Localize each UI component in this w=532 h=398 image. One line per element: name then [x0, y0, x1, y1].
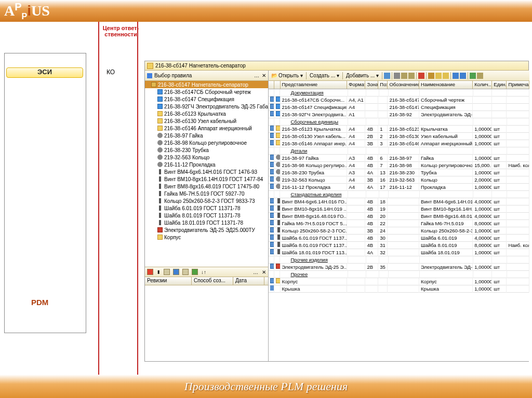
tree-item[interactable]: Корпус [145, 234, 268, 241]
more-icon[interactable]: … [254, 73, 260, 78]
grid-row[interactable]: Винт ВМ4-6gx6.14Н.016 ГО...4В18Винт ВМ4-… [269, 198, 529, 205]
tree-item[interactable]: Шайба 6.01.019 ГОСТ 11371-78 [145, 204, 268, 212]
tree-item[interactable]: Шайба 18.01.019 ГОСТ 11371-78 [145, 219, 268, 226]
tree-item[interactable]: 216-38-97 Гайка [145, 132, 268, 139]
col-revisions[interactable]: Ревизии [145, 277, 192, 285]
folder-icon [157, 235, 163, 240]
tree-item[interactable]: 219-32-563 Кольцо [145, 154, 268, 161]
more-icon[interactable]: … [253, 269, 259, 275]
grid-row[interactable]: Винт ВМ10-8gx16.14Н.019 ...4В19Винт ВМ10… [269, 205, 529, 213]
tree-item[interactable]: 216-11-12 Прокладка [145, 161, 268, 168]
sort-icon[interactable]: ↓↑ [201, 269, 206, 275]
esi-button[interactable]: ЭСИ [6, 67, 83, 78]
grid-row[interactable]: 219-32-563 КольцоА43В16219-32-563Кольцо2… [269, 176, 529, 184]
grid-section-header[interactable]: Детали [269, 147, 529, 155]
tree-item-label: 216-38-230 Трубка [164, 147, 209, 153]
grid-row[interactable]: 216-38-сб123 КрыльчаткаА44В1216-38-сб123… [269, 126, 529, 133]
tree-item[interactable]: 216-38-сб147СБ Сборочный чертеж [145, 88, 268, 95]
tree-item[interactable]: 216-38-92ГЧ Электродвигатель ЭД-25 Габар… [145, 103, 268, 110]
grid-row[interactable]: Винт ВМ8-8gx16.48.019 ГО...4В20Винт ВМ8-… [269, 213, 529, 220]
grid-row[interactable]: КрышкаКрышка1,00000шт [269, 285, 529, 293]
grid-section-header[interactable]: Стандартные изделия [269, 191, 529, 198]
tree-item[interactable]: 216-38-230 Трубка [145, 146, 268, 154]
copy-icon[interactable] [401, 73, 407, 79]
refresh-icon[interactable] [470, 73, 476, 79]
tool-icon[interactable] [173, 269, 179, 275]
col-icon[interactable] [269, 81, 274, 89]
tool-icon[interactable] [147, 269, 153, 275]
tree-item[interactable]: Винт ВМ10-8gx16.14Н.019 ГОСТ 1477-84 [145, 175, 268, 183]
rule-selector-bar[interactable]: Выбор правила … ✕ [145, 71, 268, 81]
col-representation[interactable]: Представление [281, 81, 348, 89]
col-icon2[interactable] [274, 81, 280, 89]
tool-icon[interactable]: ⬍ [156, 269, 161, 275]
tree-item[interactable]: 216-38-98 Кольцо регулировочное [145, 139, 268, 146]
grid-row[interactable]: 216-38-сб147СБ Сборочн...А4, А1216-38-сб… [269, 97, 529, 104]
col-qty[interactable]: Колич... [473, 81, 492, 89]
grid-section-header[interactable]: Сборочные единицы [269, 118, 529, 126]
tree-item[interactable]: Винт ВМ8-8gx16.48.019 ГОСТ 17475-80 [145, 183, 268, 190]
grid-row[interactable]: Шайба 18.01.019 ГОСТ 113...4А32Шайба 18.… [269, 249, 529, 256]
tree-item[interactable]: 216-38-сб147 Нагнетатель-сепаратор [145, 81, 268, 88]
folder-icon[interactable] [435, 73, 442, 79]
grid-section-header[interactable]: Прочие изделия [269, 256, 529, 264]
grid-row[interactable]: 216-38-98 Кольцо регулиро...А44В7216-38-… [269, 162, 529, 169]
center-responsibility-label: Центр ответ-ственности [101, 25, 140, 37]
create-button[interactable]: Создать ... ▾ [308, 72, 341, 79]
grid-row[interactable]: КорпусКорпус1,00000шт [269, 278, 529, 285]
tree-item-label: 216-38-98 Кольцо регулировочное [164, 140, 247, 146]
tool-icon[interactable] [192, 269, 198, 275]
col-zone[interactable]: Зона [365, 81, 378, 89]
folder-icon[interactable] [443, 73, 449, 79]
col-method[interactable]: Способ соз... [192, 277, 233, 285]
tree-item[interactable]: Гайка М6-7Н.5.019 ГОСТ 5927-70 [145, 190, 268, 197]
col-name[interactable]: Наименование [419, 81, 473, 89]
tool-icon[interactable] [164, 269, 170, 275]
tool-icon[interactable] [477, 73, 483, 79]
tree-item[interactable]: 216-38-сб146 Аппарат инерционный [145, 125, 268, 132]
delete-icon[interactable] [418, 73, 424, 79]
tree-view[interactable]: 216-38-сб147 Нагнетатель-сепаратор216-38… [145, 81, 268, 267]
col-date[interactable]: Дата [233, 277, 264, 285]
bar-icon [159, 198, 161, 203]
tree-item[interactable]: Шайба 8.01.019 ГОСТ 11371-78 [145, 212, 268, 219]
tree-item[interactable]: Электродвигатель ЭД-25 ЭД25.000ТУ [145, 226, 268, 234]
save-icon[interactable] [384, 73, 390, 79]
close-icon[interactable]: ✕ [262, 73, 266, 78]
tool-icon[interactable] [182, 269, 189, 275]
grid-row[interactable]: Кольцо 250х260-58-2-3 ГОС...3В24Кольцо 2… [269, 227, 529, 235]
open-button[interactable]: 📂 Открыть ▾ [270, 72, 304, 79]
grid-row[interactable]: Шайба 6.01.019 ГОСТ 1137...4В30Шайба 6.0… [269, 235, 529, 242]
grid-section-header[interactable]: Документация [269, 89, 529, 97]
grid-row[interactable]: Электродвигатель ЭД-25 Э...2В35Электродв… [269, 264, 529, 271]
grid-row[interactable]: Гайка М6-7Н.5.019 ГОСТ 5...4В22Гайка М6-… [269, 220, 529, 227]
add-button[interactable]: Добавить ... ▾ [344, 72, 380, 79]
grid-row[interactable]: 216-38-сб146 Аппарат инер...А43В3216-38-… [269, 140, 529, 147]
grid-section-header[interactable]: Прочее [269, 271, 529, 278]
cut-icon[interactable] [394, 73, 400, 79]
tree-item[interactable]: Винт ВМ4-6gx6.14Н.016 ГОСТ 1476-93 [145, 168, 268, 175]
col-pos[interactable]: Поз [378, 81, 388, 89]
grid-row[interactable]: 216-38-97 ГайкаА34В6216-38-97Гайка1,0000… [269, 155, 529, 162]
tree-item[interactable]: 216-38-сб147 Спецификация [145, 95, 268, 103]
up-icon[interactable] [453, 73, 459, 79]
edit-icon[interactable] [428, 73, 434, 79]
tree-item[interactable]: Кольцо 250x260-58-2-3 ГОСТ 9833-73 [145, 197, 268, 204]
close-icon[interactable]: ✕ [262, 269, 266, 275]
down-icon[interactable] [460, 73, 466, 79]
data-grid[interactable]: Представление Формат Зона Поз Обозначени… [269, 81, 529, 361]
tree-item[interactable]: 216-38-сб130 Узел кабельный [145, 117, 268, 125]
paste-icon[interactable] [408, 73, 415, 79]
col-unit[interactable]: Един... [492, 81, 507, 89]
grid-row[interactable]: 216-11-12 ПрокладкаА44А17216-11-12Прокла… [269, 184, 529, 191]
col-format[interactable]: Формат [347, 81, 365, 89]
tree-item-label: Винт ВМ10-8gx16.14Н.019 ГОСТ 1477-84 [164, 176, 263, 182]
col-note[interactable]: Примечание [507, 81, 529, 89]
grid-row[interactable]: Шайба 8.01.019 ГОСТ 1137...4В31Шайба 8.0… [269, 242, 529, 249]
tree-item[interactable]: 216-38-сб123 Крыльчатка [145, 110, 268, 117]
grid-row[interactable]: 216-38-230 ТрубкаА34А13216-38-230Трубка1… [269, 169, 529, 176]
grid-row[interactable]: 216-38-сб147 СпецификацияА4216-38-сб147С… [269, 104, 529, 111]
grid-row[interactable]: 216-38-сб130 Узел кабель...А42В2216-38-с… [269, 133, 529, 140]
col-designation[interactable]: Обозначение [388, 81, 419, 89]
grid-row[interactable]: 216-38-92ГЧ Электродвига...А1216-38-92Эл… [269, 111, 529, 118]
